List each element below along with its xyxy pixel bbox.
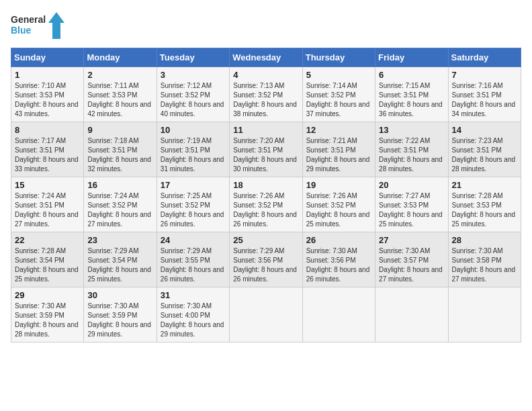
day-cell: 2 Sunrise: 7:11 AM Sunset: 3:53 PM Dayli…: [84, 67, 157, 122]
day-info: Sunrise: 7:28 AM Sunset: 3:53 PM Dayligh…: [452, 192, 516, 228]
svg-text:General: General: [11, 14, 46, 25]
day-cell: 25 Sunrise: 7:29 AM Sunset: 3:56 PM Dayl…: [230, 232, 302, 287]
day-number: 1: [15, 70, 80, 80]
day-info: Sunrise: 7:13 AM Sunset: 3:52 PM Dayligh…: [233, 82, 297, 118]
day-cell: 14 Sunrise: 7:23 AM Sunset: 3:51 PM Dayl…: [448, 122, 521, 177]
header-cell-sunday: Sunday: [11, 48, 84, 67]
day-cell: 20 Sunrise: 7:27 AM Sunset: 3:53 PM Dayl…: [375, 177, 448, 232]
day-cell: 18 Sunrise: 7:26 AM Sunset: 3:52 PM Dayl…: [230, 177, 302, 232]
day-number: 13: [379, 125, 444, 135]
day-info: Sunrise: 7:22 AM Sunset: 3:51 PM Dayligh…: [379, 137, 443, 173]
day-info: Sunrise: 7:29 AM Sunset: 3:55 PM Dayligh…: [161, 247, 224, 283]
week-row-1: 1 Sunrise: 7:10 AM Sunset: 3:53 PM Dayli…: [11, 67, 521, 122]
day-number: 29: [15, 290, 80, 300]
day-cell: [375, 287, 448, 342]
day-info: Sunrise: 7:26 AM Sunset: 3:52 PM Dayligh…: [233, 192, 297, 228]
day-number: 10: [161, 125, 226, 135]
header-cell-tuesday: Tuesday: [157, 48, 229, 67]
day-info: Sunrise: 7:30 AM Sunset: 3:57 PM Dayligh…: [379, 247, 443, 283]
day-cell: [302, 287, 375, 342]
week-row-3: 15 Sunrise: 7:24 AM Sunset: 3:51 PM Dayl…: [11, 177, 521, 232]
day-number: 31: [161, 290, 226, 300]
day-info: Sunrise: 7:17 AM Sunset: 3:51 PM Dayligh…: [15, 137, 79, 173]
day-info: Sunrise: 7:26 AM Sunset: 3:52 PM Dayligh…: [306, 192, 370, 228]
week-row-2: 8 Sunrise: 7:17 AM Sunset: 3:51 PM Dayli…: [11, 122, 521, 177]
day-cell: 29 Sunrise: 7:30 AM Sunset: 3:59 PM Dayl…: [11, 287, 84, 342]
day-cell: 16 Sunrise: 7:24 AM Sunset: 3:52 PM Dayl…: [84, 177, 157, 232]
day-cell: 27 Sunrise: 7:30 AM Sunset: 3:57 PM Dayl…: [375, 232, 448, 287]
day-number: 26: [306, 235, 371, 245]
day-info: Sunrise: 7:29 AM Sunset: 3:56 PM Dayligh…: [233, 247, 297, 283]
header-cell-monday: Monday: [84, 48, 157, 67]
day-info: Sunrise: 7:20 AM Sunset: 3:51 PM Dayligh…: [233, 137, 297, 173]
day-cell: 13 Sunrise: 7:22 AM Sunset: 3:51 PM Dayl…: [375, 122, 448, 177]
day-number: 25: [233, 235, 298, 245]
day-number: 2: [87, 70, 152, 80]
day-info: Sunrise: 7:24 AM Sunset: 3:52 PM Dayligh…: [87, 192, 151, 228]
day-cell: 5 Sunrise: 7:14 AM Sunset: 3:52 PM Dayli…: [302, 67, 375, 122]
week-row-4: 22 Sunrise: 7:28 AM Sunset: 3:54 PM Dayl…: [11, 232, 521, 287]
day-info: Sunrise: 7:19 AM Sunset: 3:51 PM Dayligh…: [161, 137, 224, 173]
day-cell: 9 Sunrise: 7:18 AM Sunset: 3:51 PM Dayli…: [84, 122, 157, 177]
day-info: Sunrise: 7:14 AM Sunset: 3:52 PM Dayligh…: [306, 82, 370, 118]
day-cell: 30 Sunrise: 7:30 AM Sunset: 3:59 PM Dayl…: [84, 287, 157, 342]
day-number: 27: [379, 235, 444, 245]
day-number: 5: [306, 70, 371, 80]
day-cell: 21 Sunrise: 7:28 AM Sunset: 3:53 PM Dayl…: [448, 177, 521, 232]
day-cell: 4 Sunrise: 7:13 AM Sunset: 3:52 PM Dayli…: [230, 67, 302, 122]
day-info: Sunrise: 7:21 AM Sunset: 3:51 PM Dayligh…: [306, 137, 370, 173]
day-cell: 22 Sunrise: 7:28 AM Sunset: 3:54 PM Dayl…: [11, 232, 84, 287]
day-info: Sunrise: 7:11 AM Sunset: 3:53 PM Dayligh…: [87, 82, 151, 118]
day-cell: 19 Sunrise: 7:26 AM Sunset: 3:52 PM Dayl…: [302, 177, 375, 232]
day-info: Sunrise: 7:24 AM Sunset: 3:51 PM Dayligh…: [15, 192, 79, 228]
day-cell: 6 Sunrise: 7:15 AM Sunset: 3:51 PM Dayli…: [375, 67, 448, 122]
header-cell-wednesday: Wednesday: [230, 48, 302, 67]
day-number: 15: [15, 180, 80, 190]
day-info: Sunrise: 7:16 AM Sunset: 3:51 PM Dayligh…: [452, 82, 516, 118]
day-info: Sunrise: 7:30 AM Sunset: 3:59 PM Dayligh…: [15, 302, 79, 338]
day-cell: 10 Sunrise: 7:19 AM Sunset: 3:51 PM Dayl…: [157, 122, 229, 177]
day-number: 7: [452, 70, 517, 80]
day-info: Sunrise: 7:23 AM Sunset: 3:51 PM Dayligh…: [452, 137, 516, 173]
day-cell: [448, 287, 521, 342]
page-header: General Blue: [11, 11, 521, 41]
header-row: SundayMondayTuesdayWednesdayThursdayFrid…: [11, 48, 521, 67]
day-number: 12: [306, 125, 371, 135]
day-cell: 3 Sunrise: 7:12 AM Sunset: 3:52 PM Dayli…: [157, 67, 229, 122]
day-number: 30: [87, 290, 152, 300]
day-cell: 7 Sunrise: 7:16 AM Sunset: 3:51 PM Dayli…: [448, 67, 521, 122]
day-number: 18: [233, 180, 298, 190]
day-number: 8: [15, 125, 80, 135]
day-number: 3: [161, 70, 226, 80]
day-number: 17: [161, 180, 226, 190]
day-info: Sunrise: 7:30 AM Sunset: 4:00 PM Dayligh…: [161, 302, 224, 338]
day-info: Sunrise: 7:30 AM Sunset: 3:56 PM Dayligh…: [306, 247, 370, 283]
day-info: Sunrise: 7:30 AM Sunset: 3:58 PM Dayligh…: [452, 247, 516, 283]
day-cell: 1 Sunrise: 7:10 AM Sunset: 3:53 PM Dayli…: [11, 67, 84, 122]
header-cell-thursday: Thursday: [302, 48, 375, 67]
day-info: Sunrise: 7:28 AM Sunset: 3:54 PM Dayligh…: [15, 247, 79, 283]
logo: General Blue: [11, 11, 64, 41]
day-number: 6: [379, 70, 444, 80]
header-cell-friday: Friday: [375, 48, 448, 67]
header-cell-saturday: Saturday: [448, 48, 521, 67]
day-info: Sunrise: 7:27 AM Sunset: 3:53 PM Dayligh…: [379, 192, 443, 228]
week-row-5: 29 Sunrise: 7:30 AM Sunset: 3:59 PM Dayl…: [11, 287, 521, 342]
calendar-table: SundayMondayTuesdayWednesdayThursdayFrid…: [11, 48, 521, 342]
day-cell: 28 Sunrise: 7:30 AM Sunset: 3:58 PM Dayl…: [448, 232, 521, 287]
day-number: 9: [87, 125, 152, 135]
day-cell: 12 Sunrise: 7:21 AM Sunset: 3:51 PM Dayl…: [302, 122, 375, 177]
day-cell: 31 Sunrise: 7:30 AM Sunset: 4:00 PM Dayl…: [157, 287, 229, 342]
day-info: Sunrise: 7:15 AM Sunset: 3:51 PM Dayligh…: [379, 82, 443, 118]
day-info: Sunrise: 7:29 AM Sunset: 3:54 PM Dayligh…: [87, 247, 151, 283]
svg-marker-2: [48, 12, 64, 39]
day-cell: 26 Sunrise: 7:30 AM Sunset: 3:56 PM Dayl…: [302, 232, 375, 287]
day-number: 28: [452, 235, 517, 245]
day-cell: 24 Sunrise: 7:29 AM Sunset: 3:55 PM Dayl…: [157, 232, 229, 287]
day-number: 4: [233, 70, 298, 80]
day-cell: 17 Sunrise: 7:25 AM Sunset: 3:52 PM Dayl…: [157, 177, 229, 232]
day-number: 22: [15, 235, 80, 245]
day-number: 23: [87, 235, 152, 245]
day-number: 14: [452, 125, 517, 135]
day-info: Sunrise: 7:10 AM Sunset: 3:53 PM Dayligh…: [15, 82, 79, 118]
